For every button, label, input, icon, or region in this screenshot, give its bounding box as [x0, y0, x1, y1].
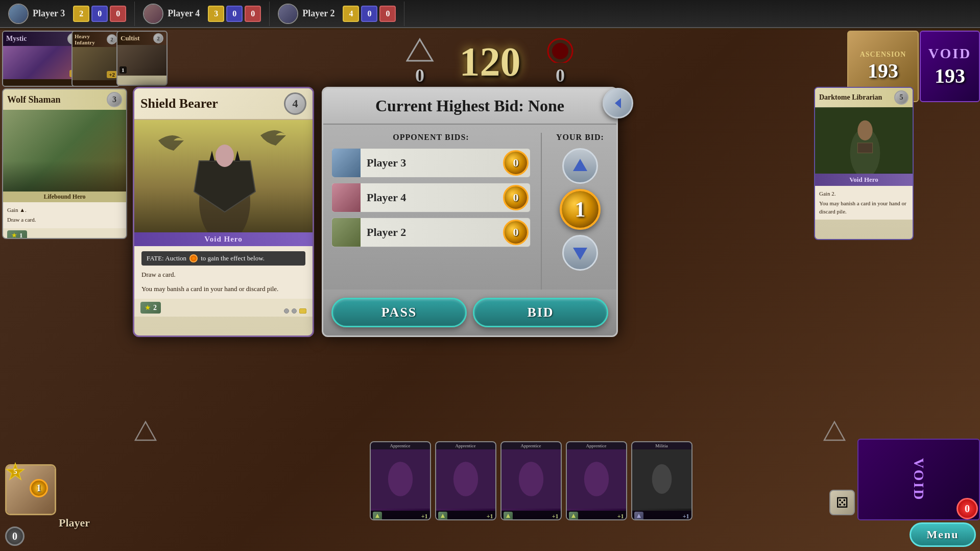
hand-card-4-art	[567, 449, 626, 511]
opponent-bids-label: Opponent Bids:	[331, 133, 531, 142]
bid-amount-player2: 0	[503, 220, 529, 245]
player1-area: 5 1 Player 0	[0, 441, 133, 551]
player4-scores: 3 0 0	[208, 6, 261, 22]
bid-name-player4: Player 4	[361, 191, 501, 204]
bid-avatar-img-player4	[332, 183, 361, 212]
svg-point-22	[518, 462, 543, 496]
player3-rune-score: 0	[91, 6, 108, 22]
avatar-img-player3	[9, 5, 28, 23]
card-cost: 4	[284, 92, 306, 115]
player3-name: Player 3	[33, 8, 65, 19]
card-shield-bearer[interactable]: Shield Bearer 4	[133, 87, 314, 337]
darktome-cost: 5	[894, 90, 909, 105]
hand-card-2-bottom: +1	[436, 511, 495, 520]
player4-rune-score: 0	[226, 6, 243, 22]
hand-card-4[interactable]: Apprentice +1	[566, 441, 627, 520]
bid-row-player4: Player 4 0	[331, 183, 531, 212]
hc3-type-icon	[504, 512, 513, 520]
player-tab-3: Player 3 2 0 0	[0, 2, 135, 26]
card-type: Void Hero	[134, 232, 313, 246]
svg-point-5	[216, 145, 234, 167]
svg-marker-20	[441, 514, 445, 518]
main-score: 120	[460, 41, 521, 82]
hand-card-5-name: Militia	[632, 442, 691, 449]
effect-1: Draw a card.	[141, 270, 305, 280]
ascension-title: ASCENSION	[860, 51, 906, 59]
bid-amount-player4: 0	[503, 185, 529, 210]
svg-marker-7	[573, 248, 587, 260]
void-label: VOID	[928, 45, 972, 62]
hand-card-4-name: Apprentice	[567, 442, 626, 449]
hc4-value: +1	[617, 513, 624, 520]
svg-marker-6	[573, 159, 587, 171]
bid-avatar-img-player2	[332, 218, 361, 247]
card-cultist[interactable]: Cultist 2 1	[116, 31, 168, 86]
bid-title: Current Highest Bid: None	[331, 97, 608, 115]
bid-down-button[interactable]	[562, 235, 598, 271]
star-num: 2	[153, 304, 157, 312]
card-header: Shield Bearer 4	[134, 88, 313, 120]
svg-marker-17	[375, 514, 379, 518]
svg-point-2	[552, 43, 568, 59]
svg-point-25	[584, 462, 608, 496]
hc1-value: +1	[421, 513, 428, 520]
hand-card-2-art	[436, 449, 495, 511]
card-text: FATE: Auction to gain the effect below. …	[134, 246, 313, 299]
hand-card-3-name: Apprentice	[501, 442, 561, 449]
player2-power-score: 0	[379, 6, 396, 22]
tri-score-1: 0	[406, 37, 434, 86]
svg-rect-12	[857, 143, 872, 153]
darktome-title: Darktome Librarian	[819, 93, 882, 102]
player-tab-2: Player 2 4 0 0	[270, 2, 404, 26]
menu-button[interactable]: Menu	[910, 522, 976, 547]
player4-power-score: 0	[245, 6, 261, 22]
player-tab-4: Player 4 3 0 0	[135, 2, 270, 26]
avatar-img-player4	[144, 5, 162, 23]
heavy-inf-cost: 2	[107, 34, 117, 44]
pass-button[interactable]: PASS	[331, 298, 467, 327]
bid-avatar-player4	[332, 183, 361, 212]
bid-row-player3: Player 3 0	[331, 148, 531, 178]
hand-card-1-name: Apprentice	[371, 442, 430, 449]
mystic-title: Mystic	[6, 35, 27, 43]
top-player-bar: Player 3 2 0 0 Player 4 3 0 0 Player 2 4…	[0, 0, 980, 28]
player4-gold-score: 3	[208, 6, 224, 22]
player2-rune-score: 0	[361, 6, 377, 22]
hand-card-3[interactable]: Apprentice +1	[500, 441, 562, 520]
player3-scores: 2 0 0	[73, 6, 126, 22]
bid-avatar-player3	[332, 149, 361, 177]
card-wolf-shaman[interactable]: Wolf Shaman 3 Lifebound Hero Gain ▲. Dra…	[2, 88, 127, 239]
hand-card-4-bottom: +1	[567, 511, 626, 520]
card-heavy-infantry[interactable]: HeavyInfantry 2 +2	[71, 31, 120, 87]
svg-text:5: 5	[14, 468, 17, 475]
hand-card-1-art	[371, 449, 430, 511]
player2-name: Player 2	[302, 8, 334, 19]
card-darktome-librarian[interactable]: Darktome Librarian 5 Void Hero Gain 2. Y…	[814, 87, 914, 240]
bid-button[interactable]: BID	[473, 298, 608, 327]
player2-gold-score: 4	[343, 6, 359, 22]
player3-gold-score: 2	[73, 6, 89, 22]
avatar-img-player2	[279, 5, 297, 23]
hand-card-1[interactable]: Apprentice +1	[370, 441, 431, 520]
bid-up-button[interactable]	[562, 148, 598, 184]
bid-row-player2: Player 2 0	[331, 218, 531, 247]
bid-avatar-img-player3	[332, 149, 361, 177]
back-button[interactable]	[603, 88, 633, 118]
card-mystic[interactable]: Mystic 3 +2	[2, 31, 83, 87]
cultist-cost: 2	[153, 33, 163, 43]
bid-panel: Current Highest Bid: None Opponent Bids:…	[322, 87, 618, 337]
cultist-num: 1	[119, 66, 127, 74]
svg-point-28	[652, 464, 672, 494]
hand-card-5-militia[interactable]: Militia +1	[631, 441, 692, 520]
svg-marker-23	[506, 514, 510, 518]
bid-buttons: PASS BID	[323, 290, 616, 336]
bid-name-player3: Player 3	[361, 156, 501, 170]
card-art	[134, 120, 313, 232]
dice-icon[interactable]: ⚄	[829, 490, 855, 515]
hand-card-2[interactable]: Apprentice +1	[435, 441, 496, 520]
void-ascension-count: 193	[935, 64, 965, 88]
void-panel: VOID 193	[920, 31, 980, 102]
wolf-shaman-subtype: Lifebound Hero	[3, 191, 126, 202]
cultist-title: Cultist	[121, 34, 140, 42]
fate-text: FATE: Auction to gain the effect below.	[141, 251, 305, 266]
